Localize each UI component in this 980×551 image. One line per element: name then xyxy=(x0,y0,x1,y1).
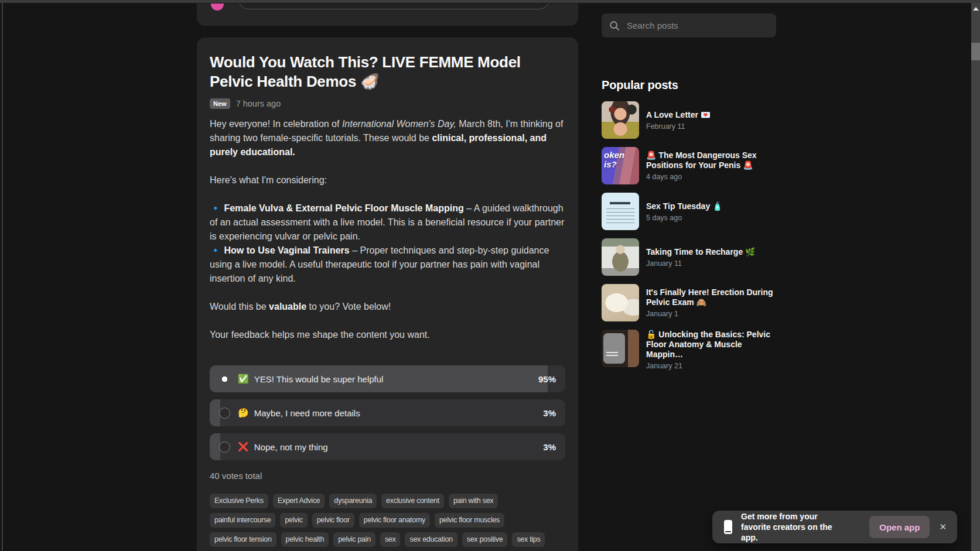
tag-chip[interactable]: pelvic floor anatomy xyxy=(359,513,430,528)
tag-chip[interactable]: sex xyxy=(380,532,401,547)
popular-posts-heading: Popular posts xyxy=(602,78,776,92)
popular-post-date: January 21 xyxy=(646,362,776,370)
avatar xyxy=(211,4,224,11)
tag-chip[interactable]: dyspareunia xyxy=(329,494,377,508)
thumbnail-text: oken is? xyxy=(604,150,624,169)
tag-chip[interactable]: exclusive content xyxy=(381,494,444,508)
popular-post-item[interactable]: Sex Tip Tuesday 🧴5 days ago xyxy=(602,193,776,230)
popular-post-title: 🚨 The Most Dangerous Sex Positions for Y… xyxy=(646,150,776,170)
tag-chip[interactable]: pelvic health xyxy=(281,532,329,547)
close-icon[interactable]: ✕ xyxy=(939,522,947,532)
app-banner-message: Get more from your favorite creators on … xyxy=(741,511,842,543)
poll-option[interactable]: 🤔Maybe, I need more details3% xyxy=(210,399,565,426)
poll-option-emoji: ❌ xyxy=(238,442,249,452)
popular-post-title: A Love Letter 💌 xyxy=(646,110,711,120)
poll-option-label: Nope, not my thing xyxy=(254,442,328,452)
popular-post-text: 🔓 Unlocking the Basics: Pelvic Floor Ana… xyxy=(646,330,776,370)
poll-option-percent: 3% xyxy=(543,408,556,418)
scrollbar-thumb[interactable] xyxy=(971,43,980,60)
votes-total: 40 votes total xyxy=(210,471,565,481)
open-app-button[interactable]: Open app xyxy=(869,516,930,538)
tag-chip[interactable]: pelvic floor tension xyxy=(210,532,276,547)
tag-chip[interactable]: sex positive xyxy=(462,532,508,547)
poll-option-percent: 95% xyxy=(538,374,556,384)
popular-post-text: 🚨 The Most Dangerous Sex Positions for Y… xyxy=(646,147,776,184)
poll-option-percent: 3% xyxy=(543,442,556,452)
popular-post-title: It's Finally Here! Erection During Pelvi… xyxy=(646,288,776,307)
popular-post-text: Taking Time to Recharge 🌿January 11 xyxy=(646,238,756,276)
popular-post-title: Sex Tip Tuesday 🧴 xyxy=(646,201,723,211)
popular-post-text: It's Finally Here! Erection During Pelvi… xyxy=(646,284,776,321)
popular-post-date: January 1 xyxy=(646,310,776,318)
radio-icon xyxy=(219,442,230,453)
post-thumbnail xyxy=(602,238,639,276)
tag-chip[interactable]: pelvic floor xyxy=(312,513,354,528)
post-timestamp: 7 hours ago xyxy=(236,99,281,108)
post-body: Hey everyone! In celebration of Internat… xyxy=(210,117,565,342)
post-paragraph: 🔹 Female Vulva & External Pelvic Floor M… xyxy=(210,201,565,286)
poll-option-emoji: 🤔 xyxy=(238,408,249,418)
post-column: Would You Watch This? LIVE FEMME Model P… xyxy=(197,4,578,551)
post-paragraph: Here's what I'm considering: xyxy=(210,173,565,187)
comment-input[interactable] xyxy=(238,4,550,9)
popular-post-date: January 11 xyxy=(646,259,756,268)
post-thumbnail xyxy=(602,101,639,139)
popular-post-item[interactable]: oken is?🚨 The Most Dangerous Sex Positio… xyxy=(602,147,776,184)
post-paragraph: Your feedback helps me shape the content… xyxy=(210,328,565,342)
sidebar: Popular posts A Love Letter 💌February 11… xyxy=(602,13,776,370)
scrollbar[interactable] xyxy=(971,3,980,551)
radio-selected-icon xyxy=(219,374,230,385)
post-paragraph: Would this be valuable to you? Vote belo… xyxy=(210,300,565,314)
poll-option[interactable]: ✅YES! This would be super helpful95% xyxy=(210,365,565,392)
tag-chip[interactable]: painful intercourse xyxy=(210,513,275,528)
tag-chip[interactable]: pelvic pain xyxy=(333,532,375,547)
post-thumbnail xyxy=(602,284,639,321)
window-left-border xyxy=(2,3,3,551)
search-icon xyxy=(609,20,620,31)
popular-post-date: February 11 xyxy=(646,122,711,131)
tag-chip[interactable]: pelvic floor muscles xyxy=(435,513,504,528)
post-meta-row: New 7 hours ago xyxy=(210,98,565,109)
popular-post-title: Taking Time to Recharge 🌿 xyxy=(646,247,756,257)
tag-chip[interactable]: pelvic xyxy=(280,513,307,528)
post-title: Would You Watch This? LIVE FEMME Model P… xyxy=(210,53,565,91)
tag-chip[interactable]: pain with sex xyxy=(449,494,498,508)
popular-post-item[interactable]: Taking Time to Recharge 🌿January 11 xyxy=(602,238,776,276)
tag-chip[interactable]: sex education xyxy=(405,532,457,547)
popular-post-item[interactable]: It's Finally Here! Erection During Pelvi… xyxy=(602,284,776,321)
popular-post-date: 4 days ago xyxy=(646,173,776,181)
popular-post-item[interactable]: 🔓 Unlocking the Basics: Pelvic Floor Ana… xyxy=(602,330,776,370)
scroll-up-icon[interactable] xyxy=(973,7,979,11)
popular-post-date: 5 days ago xyxy=(646,214,723,222)
post-thumbnail xyxy=(602,193,639,230)
search-input[interactable] xyxy=(626,20,769,31)
poll-option-label: YES! This would be super helpful xyxy=(254,374,384,384)
popular-post-text: A Love Letter 💌February 11 xyxy=(646,101,711,139)
popular-post-title: 🔓 Unlocking the Basics: Pelvic Floor Ana… xyxy=(646,330,776,360)
poll-option[interactable]: ❌Nope, not my thing3% xyxy=(210,433,565,460)
app-banner: Get more from your favorite creators on … xyxy=(712,511,957,543)
smartphone-icon xyxy=(724,520,732,534)
tag-list: Exclusive PerksExpert Advicedyspareuniae… xyxy=(210,494,565,547)
poll-option-emoji: ✅ xyxy=(238,374,249,384)
popular-post-text: Sex Tip Tuesday 🧴5 days ago xyxy=(646,193,723,230)
tag-chip[interactable]: Expert Advice xyxy=(273,494,325,508)
poll: ✅YES! This would be super helpful95%🤔May… xyxy=(210,365,565,460)
radio-icon xyxy=(219,408,230,419)
tag-chip[interactable]: sex tips xyxy=(512,532,545,547)
poll-option-label: Maybe, I need more details xyxy=(254,408,360,418)
post-paragraph: Hey everyone! In celebration of Internat… xyxy=(210,117,565,159)
tag-chip[interactable]: Exclusive Perks xyxy=(210,494,268,508)
post-card: Would You Watch This? LIVE FEMME Model P… xyxy=(197,37,578,551)
post-thumbnail xyxy=(602,330,639,367)
window-top-bar xyxy=(0,0,980,3)
comment-composer-card xyxy=(197,4,578,26)
popular-posts-list: A Love Letter 💌February 11oken is?🚨 The … xyxy=(602,101,776,370)
popular-post-item[interactable]: A Love Letter 💌February 11 xyxy=(602,101,776,139)
post-thumbnail: oken is? xyxy=(602,147,639,184)
search-box[interactable] xyxy=(602,13,776,37)
new-badge: New xyxy=(210,98,230,109)
